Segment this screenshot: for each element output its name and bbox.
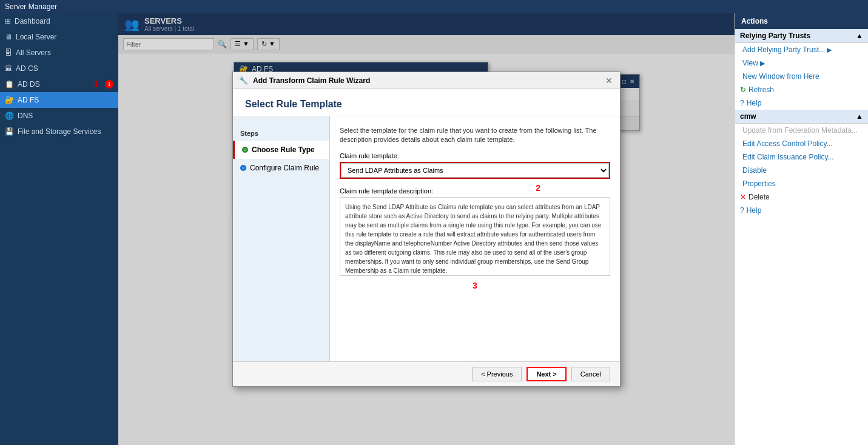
wizard-main: Select the template for the claim rule t… xyxy=(330,116,620,361)
wizard-description: Select the template for the claim rule t… xyxy=(340,126,610,145)
sidebar-item-local-server[interactable]: 🖥 Local Server xyxy=(0,29,118,45)
action-delete[interactable]: ✕ Delete xyxy=(735,190,868,204)
servers-icon: 🗄 xyxy=(5,49,12,57)
server-manager-titlebar: Server Manager xyxy=(0,0,868,13)
sidebar-item-ad-cs[interactable]: 🏛 AD CS xyxy=(0,61,118,76)
actions-panel-title: Actions xyxy=(735,13,868,29)
ad-ds-badge: 1 xyxy=(105,80,113,89)
directory-icon: 📋 xyxy=(5,80,14,89)
wizard-header: Select Rule Template xyxy=(233,89,620,116)
next-button[interactable]: Next > xyxy=(527,367,566,381)
storage-icon: 💾 xyxy=(5,127,14,136)
section-collapse-icon: ▲ xyxy=(856,32,863,40)
wizard-step-1[interactable]: Choose Rule Type xyxy=(233,141,329,159)
previous-button[interactable]: < Previous xyxy=(472,367,522,381)
template-select-wrapper: Send LDAP Attributes as ClaimsSend Group… xyxy=(340,162,610,179)
claim-template-label: Claim rule template: xyxy=(340,152,610,159)
action-update-federation: Update from Federation Metadata... xyxy=(735,124,868,137)
template-desc-label: Claim rule template description: xyxy=(340,187,610,195)
delete-icon: ✕ xyxy=(740,193,746,201)
sidebar-item-ad-ds[interactable]: 📋 AD DS 1 xyxy=(0,76,118,92)
cancel-button[interactable]: Cancel xyxy=(571,367,610,381)
actions-section-relying-party[interactable]: Relying Party Trusts ▲ xyxy=(735,29,868,43)
main-content: 👥 SERVERS All servers | 1 total 🔍 ☰ ▼ ↻ … xyxy=(118,13,735,445)
server-manager-body: ⊞ Dashboard 🖥 Local Server 🗄 All Servers… xyxy=(0,13,868,445)
action-help-1[interactable]: ? Help xyxy=(735,96,868,110)
sidebar-item-file-storage[interactable]: 💾 File and Storage Services xyxy=(0,124,118,139)
wizard-dialog: 🔧 Add Transform Claim Rule Wizard ✕ Sele… xyxy=(232,72,621,387)
actions-panel: Actions Relying Party Trusts ▲ Add Relyi… xyxy=(735,13,868,445)
action-view[interactable]: View ▶ xyxy=(735,56,868,70)
step-1-dot xyxy=(242,147,248,153)
step-2-dot xyxy=(240,165,246,171)
wizard-title: 🔧 Add Transform Claim Rule Wizard xyxy=(239,76,370,85)
wizard-body: Steps Choose Rule Type Configure Claim R… xyxy=(233,116,620,361)
refresh-icon: ↻ xyxy=(740,85,746,94)
badge-1: 1 xyxy=(94,79,99,89)
sidebar-item-dashboard[interactable]: ⊞ Dashboard xyxy=(0,13,118,29)
action-help-2[interactable]: ? Help xyxy=(735,204,868,217)
wizard-icon: 🔧 xyxy=(239,76,248,85)
fs-icon: 🔐 xyxy=(5,96,14,104)
sidebar-item-all-servers[interactable]: 🗄 All Servers xyxy=(0,45,118,61)
help-icon-1: ? xyxy=(740,99,744,107)
server-manager-title: Server Manager xyxy=(5,2,57,11)
server-manager-window: Server Manager ⊞ Dashboard 🖥 Local Serve… xyxy=(0,0,868,445)
cert-icon: 🏛 xyxy=(5,64,12,73)
wizard-steps-panel: Steps Choose Rule Type Configure Claim R… xyxy=(233,116,330,361)
action-new-window[interactable]: New Window from Here xyxy=(735,70,868,83)
help-icon-2: ? xyxy=(740,206,744,215)
wizard-step-2[interactable]: Configure Claim Rule xyxy=(233,159,329,177)
wizard-overlay: 🔧 Add Transform Claim Rule Wizard ✕ Sele… xyxy=(118,13,735,445)
sidebar: ⊞ Dashboard 🖥 Local Server 🗄 All Servers… xyxy=(0,13,118,445)
badge-2: 2 xyxy=(536,183,540,193)
action-refresh[interactable]: ↻ Refresh xyxy=(735,83,868,96)
wizard-close-button[interactable]: ✕ xyxy=(604,76,614,85)
sidebar-item-dns[interactable]: 🌐 DNS xyxy=(0,108,118,124)
grid-icon: ⊞ xyxy=(5,17,11,25)
wizard-header-title: Select Rule Template xyxy=(245,99,608,110)
actions-section-cmw[interactable]: cmw ▲ xyxy=(735,110,868,124)
action-edit-access-control[interactable]: Edit Access Control Policy... xyxy=(735,137,868,150)
wizard-footer: < Previous Next > Cancel xyxy=(233,361,620,386)
action-edit-claim-issuance[interactable]: Edit Claim Issuance Policy... xyxy=(735,150,868,164)
wizard-titlebar: 🔧 Add Transform Claim Rule Wizard ✕ xyxy=(233,72,620,89)
action-properties[interactable]: Properties xyxy=(735,177,868,190)
badge-3: 3 xyxy=(340,281,610,290)
sidebar-item-ad-fs[interactable]: 🔐 AD FS xyxy=(0,92,118,108)
dns-icon: 🌐 xyxy=(5,112,14,120)
claim-template-select[interactable]: Send LDAP Attributes as ClaimsSend Group… xyxy=(341,163,609,178)
steps-label: Steps xyxy=(233,126,329,141)
section-collapse-icon-2: ▲ xyxy=(856,112,863,121)
action-disable[interactable]: Disable xyxy=(735,164,868,177)
action-add-relying-party[interactable]: Add Relying Party Trust... ▶ xyxy=(735,43,868,56)
server-icon: 🖥 xyxy=(5,33,12,41)
template-description-box: Using the Send LDAP Attribute as Claims … xyxy=(340,197,610,276)
